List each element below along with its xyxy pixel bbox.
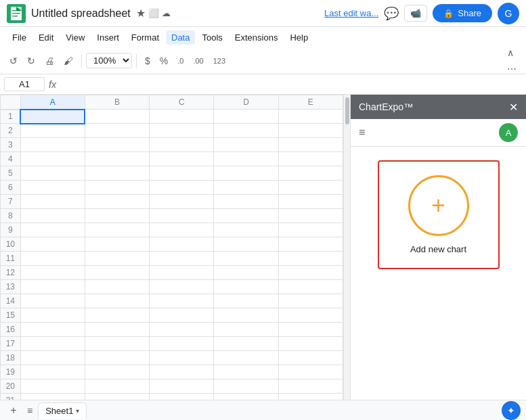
cell-d2[interactable] <box>214 124 278 138</box>
percent-button[interactable]: % <box>156 53 172 69</box>
cell-c2[interactable] <box>150 124 214 138</box>
last-edit-link[interactable]: Last edit wa... <box>324 8 378 18</box>
cell-d10[interactable] <box>214 237 278 252</box>
formula-input[interactable] <box>60 78 522 91</box>
cell-c13[interactable] <box>150 280 214 294</box>
menu-help[interactable]: Help <box>284 30 313 45</box>
cell-b11[interactable] <box>85 252 149 266</box>
cell-c11[interactable] <box>150 252 214 266</box>
cell-e17[interactable] <box>278 337 343 351</box>
cell-c6[interactable] <box>150 181 214 195</box>
dec-incr-button[interactable]: .00 <box>189 54 207 68</box>
cell-b8[interactable] <box>85 209 149 223</box>
col-header-a[interactable]: A <box>20 95 85 110</box>
cell-e7[interactable] <box>278 195 343 209</box>
panel-close-button[interactable]: ✕ <box>509 101 518 114</box>
vertical-scrollbar[interactable] <box>343 95 350 400</box>
cell-c1[interactable] <box>150 110 214 124</box>
cell-a21[interactable] <box>20 394 85 400</box>
cell-a7[interactable] <box>20 195 85 209</box>
cell-d5[interactable] <box>214 166 278 181</box>
cell-c19[interactable] <box>150 365 214 379</box>
cell-c15[interactable] <box>150 308 214 323</box>
cell-a15[interactable] <box>20 308 85 323</box>
cell-d3[interactable] <box>214 138 278 152</box>
cell-b18[interactable] <box>85 351 149 365</box>
menu-extensions[interactable]: Extensions <box>229 30 284 45</box>
cell-b14[interactable] <box>85 294 149 308</box>
cell-e19[interactable] <box>278 365 343 379</box>
cell-a5[interactable] <box>20 166 85 181</box>
menu-file[interactable]: File <box>7 30 32 45</box>
share-button[interactable]: 🔒 Share <box>433 4 492 22</box>
cell-e9[interactable] <box>278 223 343 237</box>
cell-b3[interactable] <box>85 138 149 152</box>
cell-b10[interactable] <box>85 237 149 252</box>
cell-d8[interactable] <box>214 209 278 223</box>
menu-insert[interactable]: Insert <box>91 30 125 45</box>
print-button[interactable]: 🖨 <box>41 53 58 69</box>
cell-e20[interactable] <box>278 379 343 394</box>
cell-b4[interactable] <box>85 152 149 166</box>
cell-e3[interactable] <box>278 138 343 152</box>
cell-d17[interactable] <box>214 337 278 351</box>
cell-b6[interactable] <box>85 181 149 195</box>
menu-tools[interactable]: Tools <box>196 30 227 45</box>
cell-a2[interactable] <box>20 124 85 138</box>
cell-c8[interactable] <box>150 209 214 223</box>
spreadsheet-title[interactable]: Untitled spreadsheet <box>31 7 131 20</box>
currency-button[interactable]: $ <box>141 53 154 69</box>
cell-c21[interactable] <box>150 394 214 400</box>
cell-d13[interactable] <box>214 280 278 294</box>
cell-d6[interactable] <box>214 181 278 195</box>
panel-menu-icon[interactable]: ≡ <box>359 126 365 139</box>
cell-c18[interactable] <box>150 351 214 365</box>
cell-d15[interactable] <box>214 308 278 323</box>
cell-reference-input[interactable] <box>4 77 45 91</box>
cell-a19[interactable] <box>20 365 85 379</box>
cell-d12[interactable] <box>214 266 278 280</box>
cell-a10[interactable] <box>20 237 85 252</box>
cell-e2[interactable] <box>278 124 343 138</box>
cell-b2[interactable] <box>85 124 149 138</box>
cell-c12[interactable] <box>150 266 214 280</box>
cell-a14[interactable] <box>20 294 85 308</box>
cell-b16[interactable] <box>85 323 149 337</box>
cell-e16[interactable] <box>278 323 343 337</box>
cell-b13[interactable] <box>85 280 149 294</box>
cloud-icon[interactable]: ☁ <box>162 8 171 18</box>
cell-e12[interactable] <box>278 266 343 280</box>
redo-button[interactable]: ↻ <box>23 53 39 69</box>
comments-button[interactable]: 💬 <box>384 6 399 21</box>
cell-a11[interactable] <box>20 252 85 266</box>
cell-a13[interactable] <box>20 280 85 294</box>
cell-e11[interactable] <box>278 252 343 266</box>
col-header-c[interactable]: C <box>150 95 214 110</box>
cell-c16[interactable] <box>150 323 214 337</box>
v-scroll-thumb[interactable] <box>345 97 349 124</box>
cell-c4[interactable] <box>150 152 214 166</box>
cell-a8[interactable] <box>20 209 85 223</box>
menu-format[interactable]: Format <box>126 30 165 45</box>
sheet-list-button[interactable]: ≡ <box>27 405 32 416</box>
cell-e4[interactable] <box>278 152 343 166</box>
cell-e5[interactable] <box>278 166 343 181</box>
cell-d11[interactable] <box>214 252 278 266</box>
cell-b17[interactable] <box>85 337 149 351</box>
col-header-d[interactable]: D <box>214 95 278 110</box>
cell-e21[interactable] <box>278 394 343 400</box>
cell-c10[interactable] <box>150 237 214 252</box>
panel-user-avatar[interactable]: A <box>499 123 518 142</box>
add-chart-card[interactable]: + Add new chart <box>378 160 500 269</box>
cell-e6[interactable] <box>278 181 343 195</box>
col-header-b[interactable]: B <box>85 95 149 110</box>
drive-icon[interactable]: ⬜ <box>148 8 159 18</box>
cell-b15[interactable] <box>85 308 149 323</box>
cell-a17[interactable] <box>20 337 85 351</box>
more-button[interactable]: ⋯ <box>503 61 521 77</box>
cell-d9[interactable] <box>214 223 278 237</box>
cell-b21[interactable] <box>85 394 149 400</box>
cell-a20[interactable] <box>20 379 85 394</box>
cell-d1[interactable] <box>214 110 278 124</box>
cell-a18[interactable] <box>20 351 85 365</box>
